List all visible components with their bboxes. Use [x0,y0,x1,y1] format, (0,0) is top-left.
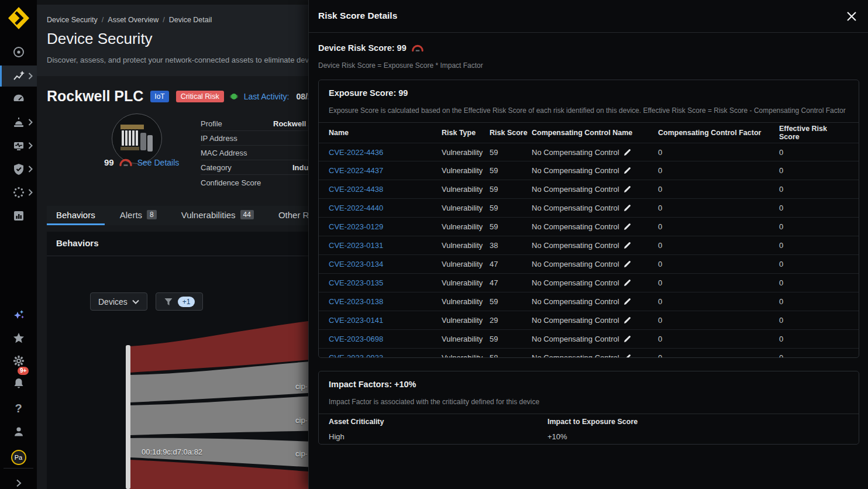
cve-link[interactable]: CVE-2023-0138 [329,297,383,306]
cve-link[interactable]: CVE-2022-4438 [329,185,383,194]
cell-effective-score: 0 [779,148,849,157]
cell-risk-type: Vulnerability [442,222,490,231]
edit-pencil-icon[interactable] [624,204,631,212]
impact-column-header: Impact to Exposure Score [547,418,849,426]
sidebar-item-ai-assistant[interactable] [0,304,37,327]
breadcrumb-item[interactable]: Device Detail [169,16,212,24]
edit-pencil-icon[interactable] [624,298,631,305]
cve-link[interactable]: CVE-2023-0933 [329,353,383,357]
exposure-table-header: NameRisk TypeRisk ScoreCompensating Cont… [319,123,859,143]
exposure-table-row: CVE-2023-0698Vulnerability59No Compensat… [319,330,859,349]
cell-name: CVE-2023-0135 [329,278,442,287]
control-name-text: No Compensating Control [532,222,619,231]
tab-vulnerabilities[interactable]: Vulnerabilities44 [172,206,263,225]
impact-table-header: Asset Criticality Impact to Exposure Sco… [319,414,859,429]
edit-pencil-icon[interactable] [624,185,631,193]
sidebar-item-account[interactable]: Pa [0,446,37,469]
cell-name: CVE-2023-0138 [329,297,442,306]
exposure-column-header: Risk Score [490,129,532,137]
cve-link[interactable]: CVE-2022-4440 [329,204,383,212]
sidebar-item-monitoring[interactable] [0,134,37,157]
edit-pencil-icon[interactable] [624,167,631,174]
sidebar-item-favorites[interactable] [0,326,37,350]
sidebar-item-alerts[interactable] [0,111,37,134]
cell-name: CVE-2023-0134 [329,260,442,268]
cell-control-factor: 0 [658,335,779,343]
cell-risk-score: 59 [490,222,532,231]
close-button[interactable] [846,11,857,22]
cell-control-name: No Compensating Control [532,241,658,250]
sidebar-divider [4,468,33,469]
cve-link[interactable]: CVE-2022-4436 [329,148,383,157]
alarm-icon [12,116,25,129]
control-name-text: No Compensating Control [532,316,619,325]
exposure-table-row: CVE-2023-0134Vulnerability47No Compensat… [319,255,859,274]
field-label: Profile [201,119,222,128]
see-details-link[interactable]: See Details [137,158,180,167]
sidebar-item-device-security[interactable] [0,66,37,87]
cell-risk-type: Vulnerability [442,241,490,250]
cve-link[interactable]: CVE-2023-0141 [329,316,383,325]
cell-risk-type: Vulnerability [442,297,490,306]
sidebar-item-notifications[interactable]: 9+ [0,371,37,395]
cell-control-name: No Compensating Control [532,260,658,268]
edit-pencil-icon[interactable] [624,335,631,343]
exposure-table-body[interactable]: CVE-2022-4436Vulnerability59No Compensat… [319,143,859,357]
cell-control-factor: 0 [658,353,779,357]
cell-name: CVE-2023-0129 [329,222,442,231]
sidebar-item-compliance[interactable] [0,157,37,181]
control-name-text: No Compensating Control [532,204,619,212]
cell-risk-type: Vulnerability [442,166,490,175]
asset-criticality-value: High [329,432,547,441]
palo-alto-logo-icon[interactable] [7,6,30,30]
sankey-flow-label: cip- [295,382,308,391]
device-score-row: 99 See Details [104,157,179,167]
sidebar-item-dashboard[interactable] [0,87,37,111]
sidebar-item-user[interactable] [0,420,37,443]
field-label: Confidence Score [201,178,261,187]
impact-factors-title: Impact Factors: +10% [329,380,416,389]
cve-link[interactable]: CVE-2023-0129 [329,222,383,231]
cell-control-factor: 0 [658,241,779,250]
cell-effective-score: 0 [779,166,849,175]
star-icon [12,332,25,345]
cve-link[interactable]: CVE-2023-0135 [329,278,383,287]
sankey-node[interactable] [126,345,130,489]
edit-pencil-icon[interactable] [624,279,631,287]
control-name-text: No Compensating Control [532,166,619,175]
exposure-table-row: CVE-2022-4438Vulnerability59No Compensat… [319,180,859,199]
sidebar-item-processing[interactable] [0,181,37,204]
sidebar-item-overview[interactable] [0,40,37,64]
cve-link[interactable]: CVE-2023-0134 [329,260,383,268]
tab-alerts[interactable]: Alerts8 [111,206,166,225]
cve-link[interactable]: CVE-2023-0698 [329,335,383,343]
breadcrumb-item[interactable]: Device Security [47,16,98,24]
chevron-right-icon [28,166,33,173]
sidebar-item-help[interactable]: ? [0,397,37,420]
cell-control-factor: 0 [658,222,779,231]
cell-effective-score: 0 [779,241,849,250]
control-name-text: No Compensating Control [532,260,619,268]
cell-effective-score: 0 [779,353,849,357]
sidebar-expand-button[interactable] [0,471,37,489]
cell-control-name: No Compensating Control [532,148,658,157]
cell-name: CVE-2022-4437 [329,166,442,175]
tab-label: Alerts [120,210,142,220]
cve-link[interactable]: CVE-2022-4437 [329,166,383,175]
cell-effective-score: 0 [779,335,849,343]
field-label: MAC Address [201,149,247,157]
cve-link[interactable]: CVE-2023-0131 [329,241,383,250]
edit-pencil-icon[interactable] [624,223,631,230]
user-icon [12,425,25,438]
tab-behaviors[interactable]: Behaviors [47,206,105,225]
edit-pencil-icon[interactable] [624,149,631,156]
breadcrumb-item[interactable]: Asset Overview [108,16,159,24]
sankey-flow-gray-2[interactable] [130,395,328,435]
sidebar-item-reports[interactable] [0,204,37,228]
cell-risk-score: 38 [490,241,532,250]
edit-pencil-icon[interactable] [624,316,631,324]
edit-pencil-icon[interactable] [624,354,631,357]
device-security-icon [12,70,25,82]
edit-pencil-icon[interactable] [624,242,631,249]
edit-pencil-icon[interactable] [624,260,631,268]
